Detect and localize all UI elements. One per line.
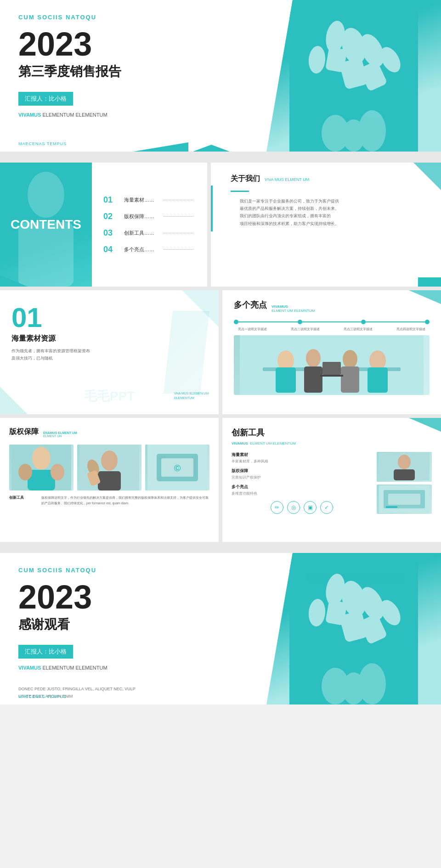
slide7-item-3: 多个亮点 多维度功能特色 xyxy=(232,484,372,496)
slide6-subtitle2: ELMENT UH xyxy=(43,434,77,438)
end-desc-bold: VIVAMUS xyxy=(18,665,41,671)
slide7-label-3: 多个亮点 xyxy=(232,484,372,490)
slide6-side-label: 创新工具 xyxy=(9,495,37,506)
slide6-subtitle1: ENAMUS ELMENT UM xyxy=(43,431,77,434)
cover-title: 第三季度销售报告 xyxy=(18,63,253,80)
svg-point-17 xyxy=(306,349,321,367)
tl-label-1: 亮点一说明文字描述 xyxy=(234,327,271,332)
tl-dot-3 xyxy=(361,320,366,324)
cover-brand-subtitle: CUM SOCIIS NATOQU xyxy=(18,14,253,21)
sep-2 xyxy=(0,546,441,549)
slide-cover: CUM SOCIIS NATOQU 2023 第三季度销售报告 汇报人：比小格 … xyxy=(0,0,441,152)
svg-rect-4 xyxy=(325,47,347,73)
contents-item-3: 03 创新工具…… xyxy=(103,228,196,238)
about-subtitle-1: VIVA MUS ELMENT UM xyxy=(265,177,309,182)
slide-highlights: 多个亮点 VIVAMUS ELMENT UM ELEMNTUM 亮点一说明文字描… xyxy=(222,290,441,414)
slide6-title: 版权保障 xyxy=(9,427,39,437)
slide7-item-2: 版权保障 完善知识产权保护 xyxy=(232,468,372,480)
about-accent-line xyxy=(211,186,213,231)
svg-rect-24 xyxy=(322,362,341,375)
contents-num-2: 02 xyxy=(103,212,117,221)
svg-point-12 xyxy=(28,172,64,218)
slide7-label-1: 海量素材 xyxy=(232,452,372,458)
slide5-subtitle2: ELMENT UM ELEMNTUM xyxy=(271,309,315,313)
slide6-img-2 xyxy=(77,445,141,490)
end-desc: VIVAMUS ELEMENTUM ELEMENTUM xyxy=(18,664,253,672)
contents-num-3: 03 xyxy=(103,228,117,238)
svg-point-41 xyxy=(398,455,411,469)
svg-rect-13 xyxy=(18,222,74,287)
cover-desc-bold: VIVAMUS xyxy=(18,112,41,118)
end-hero-image xyxy=(266,553,441,705)
cover-maecenas: MAECENAS TEMPUS xyxy=(18,141,67,146)
slide7-header: 创新工具 VIVAMUS ELMENT UM ELEMENTUM xyxy=(232,427,432,446)
slide7-mini-img-2 xyxy=(377,485,432,514)
tl-label-3: 亮点三说明文字描述 xyxy=(340,327,377,332)
slide7-title: 创新工具 xyxy=(232,427,432,438)
slide6-desc-text: 版权保障说明文字，作为行业领先的解决方案提供商，我们拥有完整的版权保障体系和法律… xyxy=(41,495,209,506)
contents-dots-3 xyxy=(164,233,193,233)
contents-item-1: 01 海量素材…… xyxy=(103,195,196,205)
svg-rect-25 xyxy=(320,375,343,377)
cover-reporter-badge: 汇报人：比小格 xyxy=(18,92,73,106)
slide6-subtitles: ENAMUS ELMENT UM ELMENT UH xyxy=(43,431,77,438)
contents-dots-4 xyxy=(164,249,193,250)
svg-rect-23 xyxy=(368,367,388,393)
slide7-item-1: 海量素材 丰富素材库，多种风格 xyxy=(232,452,372,464)
slide6-img-1 xyxy=(9,445,74,490)
svg-rect-42 xyxy=(394,469,415,480)
slide-copyright: 版权保障 ENAMUS ELMENT UM ELMENT UH xyxy=(0,418,219,542)
slide7-subtitles: VIVAMUS ELMENT UM ELEMENTUM xyxy=(232,438,432,446)
contents-text-3: 创新工具…… xyxy=(124,230,154,237)
slide7-right xyxy=(377,452,432,514)
slide-cover-left: CUM SOCIIS NATOQU 2023 第三季度销售报告 汇报人：比小格 … xyxy=(0,0,266,152)
about-deco-br xyxy=(418,277,441,287)
tl-dot-1 xyxy=(234,320,238,324)
slide-section01: 毛毛PPT 01 海量素材资源 作为领先者，拥有丰富的资源管理框架资布 及强大技… xyxy=(0,290,219,414)
svg-text:©: © xyxy=(174,463,181,473)
slide7-subtitle1: VIVAMUS xyxy=(232,441,248,445)
slide4-vna: VNA MUS ELEMEN UM·ELEMENTUM xyxy=(174,391,209,400)
svg-point-32 xyxy=(101,451,118,471)
svg-rect-33 xyxy=(98,471,121,490)
slide5-timeline-bar xyxy=(234,320,430,324)
end-hero-svg xyxy=(289,553,418,705)
svg-rect-22 xyxy=(341,366,359,393)
end-reporter-badge: 汇报人：比小格 xyxy=(18,645,73,659)
cover-hero-svg xyxy=(289,0,418,152)
tl-dot-4 xyxy=(425,320,430,324)
slide6-header: 版权保障 ENAMUS ELMENT UM ELMENT UH xyxy=(9,427,209,438)
contents-dots-1 xyxy=(164,200,193,200)
svg-point-18 xyxy=(343,350,357,368)
row-4: 版权保障 ENAMUS ELMENT UM ELMENT UH xyxy=(0,418,441,542)
about-divider xyxy=(231,191,249,192)
row-2: CONTENTS 01 海量素材…… 02 版权保障…… 03 创新工具…… xyxy=(0,163,441,287)
slide6-img-3: © xyxy=(145,445,209,490)
slide4-watermark: 毛毛PPT xyxy=(84,388,135,405)
slide5-title: 多个亮点 xyxy=(234,299,267,310)
img1-svg xyxy=(11,445,71,490)
contents-item-4: 04 多个亮点…… xyxy=(103,245,196,254)
slide4-desc-2: 及强大技巧，已与随机 xyxy=(11,356,53,361)
mini-img-2-svg xyxy=(379,485,430,513)
icon-check: ✓ xyxy=(320,501,333,514)
svg-rect-51 xyxy=(325,600,347,626)
contents-label: CONTENTS xyxy=(11,217,81,232)
slide5-timeline-labels: 亮点一说明文字描述 亮点二说明文字描述 亮点三说明文字描述 亮点四说明文字描述 xyxy=(234,327,430,332)
contents-text-2: 版权保障…… xyxy=(124,213,154,220)
contents-dots-2 xyxy=(164,216,193,217)
slide7-text-2: 完善知识产权保护 xyxy=(232,475,372,480)
slide7-mini-img-1 xyxy=(377,452,432,482)
tl-line-1 xyxy=(238,321,298,322)
slide-innovation: 创新工具 VIVAMUS ELMENT UM ELEMENTUM 海量素材 丰富… xyxy=(222,418,441,542)
svg-point-30 xyxy=(51,464,64,480)
contents-text-4: 多个亮点…… xyxy=(124,246,154,253)
contents-item-2: 02 版权保障…… xyxy=(103,212,196,221)
svg-rect-20 xyxy=(276,367,296,393)
about-text: 我们是一家专注于企业服务的公司，致力于为客户提供 最优质的产品和服务解决方案，持… xyxy=(231,197,430,227)
slide7-left: 海量素材 丰富素材库，多种风格 版权保障 完善知识产权保护 多个亮点 多维度功能… xyxy=(232,452,372,514)
sep-1 xyxy=(0,155,441,159)
slide5-subtitles: VIVAMUS ELMENT UM ELEMNTUM xyxy=(271,304,315,313)
slide-cover-right xyxy=(266,0,441,152)
contents-text-1: 海量素材…… xyxy=(124,197,154,203)
